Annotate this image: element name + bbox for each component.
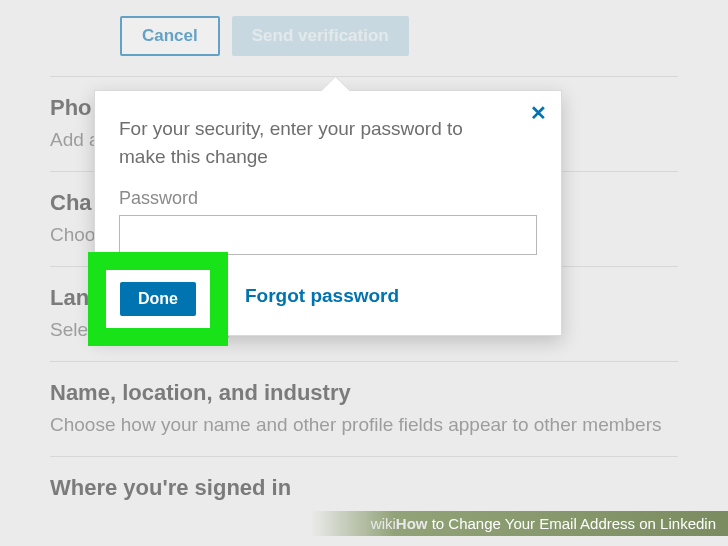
section-heading: Where you're signed in: [50, 475, 678, 501]
cancel-button[interactable]: Cancel: [120, 16, 220, 56]
wikihow-caption: wikiHow to Change Your Email Address on …: [311, 511, 728, 536]
section-name-location-industry[interactable]: Name, location, and industry Choose how …: [50, 361, 678, 456]
close-icon[interactable]: ✕: [530, 103, 547, 123]
password-label: Password: [119, 188, 537, 209]
password-input[interactable]: [119, 215, 537, 255]
email-action-row: Cancel Send verification: [50, 0, 678, 76]
tutorial-highlight-box: Done: [88, 252, 228, 346]
done-button-highlighted[interactable]: Done: [120, 282, 196, 316]
section-heading: Name, location, and industry: [50, 380, 678, 406]
caption-title: to Change Your Email Address on Linkedin: [427, 515, 716, 532]
popover-message: For your security, enter your password t…: [119, 115, 537, 170]
section-desc: Choose how your name and other profile f…: [50, 414, 678, 436]
wikihow-logo: wikiHow: [371, 515, 428, 532]
send-verification-button[interactable]: Send verification: [232, 16, 409, 56]
tutorial-highlight-inner: Done: [106, 270, 210, 328]
forgot-password-link[interactable]: Forgot password: [245, 285, 399, 307]
